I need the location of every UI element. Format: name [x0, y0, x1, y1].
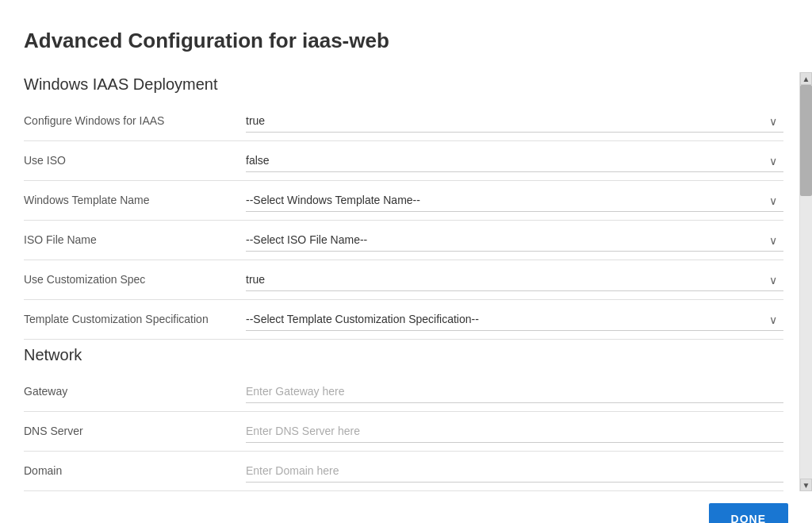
input-dns-server[interactable] — [246, 420, 783, 443]
label-template-customization-spec: Template Customization Specification — [24, 312, 246, 328]
form-row-use-iso: Use ISO false true — [24, 141, 783, 181]
control-iso-file-name: --Select ISO File Name-- — [246, 229, 783, 252]
select-windows-template-name[interactable]: --Select Windows Template Name-- — [246, 189, 783, 212]
modal-footer: DONE — [0, 491, 812, 523]
select-iso-file-name[interactable]: --Select ISO File Name-- — [246, 229, 783, 252]
network-title: Network — [24, 346, 783, 364]
scrollbar-arrow-up[interactable]: ▲ — [800, 72, 812, 85]
control-domain — [246, 460, 783, 483]
label-use-customization-spec: Use Customization Spec — [24, 272, 246, 288]
form-row-use-customization-spec: Use Customization Spec true false — [24, 260, 783, 300]
control-configure-windows: true false — [246, 110, 783, 133]
content-area: Windows IAAS Deployment Configure Window… — [0, 72, 812, 491]
label-windows-template-name: Windows Template Name — [24, 193, 246, 209]
control-dns-server — [246, 420, 783, 443]
form-row-configure-windows: Configure Windows for IAAS true false — [24, 102, 783, 141]
label-dns-server: DNS Server — [24, 424, 246, 440]
scrollbar-thumb[interactable] — [800, 85, 812, 196]
control-use-iso: false true — [246, 149, 783, 172]
windows-deployment-section: Windows IAAS Deployment Configure Window… — [24, 75, 783, 340]
select-configure-windows[interactable]: true false — [246, 110, 783, 133]
label-gateway: Gateway — [24, 384, 246, 400]
select-wrapper-use-customization-spec: true false — [246, 268, 783, 291]
scrollbar-track: ▲ ▼ — [799, 72, 812, 491]
done-button[interactable]: DONE — [709, 503, 788, 523]
control-windows-template-name: --Select Windows Template Name-- — [246, 189, 783, 212]
page-title: Advanced Configuration for iaas-web — [0, 29, 812, 72]
select-use-iso[interactable]: false true — [246, 149, 783, 172]
form-row-template-customization-spec: Template Customization Specification --S… — [24, 300, 783, 340]
label-configure-windows: Configure Windows for IAAS — [24, 113, 246, 129]
input-gateway[interactable] — [246, 380, 783, 403]
select-wrapper-configure-windows: true false — [246, 110, 783, 133]
form-row-gateway: Gateway — [24, 372, 783, 412]
select-wrapper-iso-file-name: --Select ISO File Name-- — [246, 229, 783, 252]
modal-container: Advanced Configuration for iaas-web Wind… — [0, 0, 812, 523]
form-row-iso-file-name: ISO File Name --Select ISO File Name-- — [24, 221, 783, 260]
input-domain[interactable] — [246, 460, 783, 483]
select-wrapper-use-iso: false true — [246, 149, 783, 172]
form-row-dns-server: DNS Server — [24, 412, 783, 452]
select-use-customization-spec[interactable]: true false — [246, 268, 783, 291]
network-section: Network Gateway DNS Server — [24, 346, 783, 491]
form-row-domain: Domain — [24, 452, 783, 491]
scrollable-content: Windows IAAS Deployment Configure Window… — [0, 72, 799, 491]
select-wrapper-template-customization-spec: --Select Template Customization Specific… — [246, 308, 783, 331]
select-template-customization-spec[interactable]: --Select Template Customization Specific… — [246, 308, 783, 331]
label-use-iso: Use ISO — [24, 153, 246, 169]
control-template-customization-spec: --Select Template Customization Specific… — [246, 308, 783, 331]
label-iso-file-name: ISO File Name — [24, 233, 246, 248]
scrollbar-arrow-down[interactable]: ▼ — [800, 479, 812, 491]
form-row-windows-template-name: Windows Template Name --Select Windows T… — [24, 181, 783, 221]
select-wrapper-windows-template-name: --Select Windows Template Name-- — [246, 189, 783, 212]
windows-deployment-title: Windows IAAS Deployment — [24, 75, 783, 94]
label-domain: Domain — [24, 463, 246, 479]
control-gateway — [246, 380, 783, 403]
control-use-customization-spec: true false — [246, 268, 783, 291]
